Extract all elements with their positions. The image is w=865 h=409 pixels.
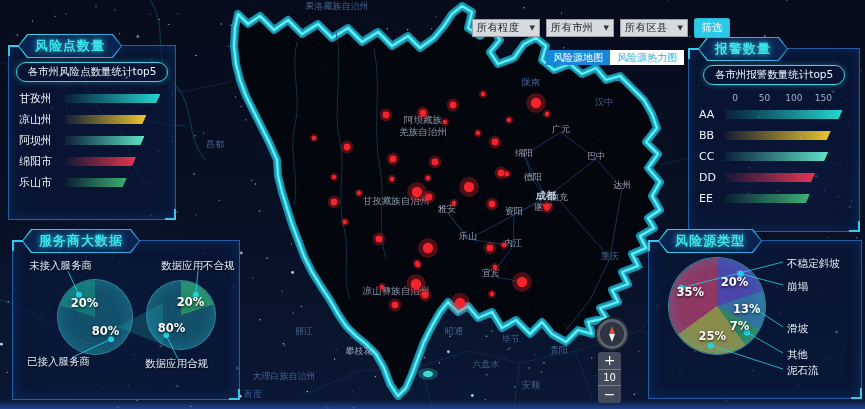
panel-alarms: 报警数量 各市州报警数量统计top5 050100150 AABBCCDDEE bbox=[688, 48, 860, 232]
panel-title: 报警数量 bbox=[699, 38, 787, 60]
risk-dot[interactable] bbox=[531, 98, 541, 108]
risk-points-bar-chart: 甘孜州凉山州阿坝州绵阳市乐山市 bbox=[9, 82, 175, 189]
risk-dot[interactable] bbox=[312, 136, 316, 140]
chart-subtitle[interactable]: 各市州风险点数量统计top5 bbox=[16, 62, 169, 82]
chevron-down-icon: ▼ bbox=[530, 24, 535, 32]
bar-row: DD bbox=[699, 171, 849, 184]
x-axis-tick: 0 bbox=[732, 93, 738, 103]
degree-select-value: 所有程度 bbox=[477, 21, 519, 35]
compass-control[interactable] bbox=[597, 319, 627, 349]
zoom-out-button[interactable]: − bbox=[598, 386, 621, 403]
filter-bar: 所有程度 ▼ 所有市州 ▼ 所有区县 ▼ 筛选 bbox=[472, 18, 730, 38]
risk-dot[interactable] bbox=[331, 199, 338, 206]
risk-dot[interactable] bbox=[426, 194, 433, 201]
bar-category-label: EE bbox=[699, 192, 725, 205]
risk-dot[interactable] bbox=[412, 187, 422, 197]
x-axis-tick: 150 bbox=[815, 93, 832, 103]
risk-dot[interactable] bbox=[411, 279, 421, 289]
risk-dot[interactable] bbox=[452, 201, 456, 205]
filter-button[interactable]: 筛选 bbox=[694, 18, 730, 38]
degree-select[interactable]: 所有程度 ▼ bbox=[472, 19, 540, 37]
alarm-bar-chart: AABBCCDDEE bbox=[689, 104, 859, 205]
risk-dot[interactable] bbox=[332, 175, 336, 179]
risk-dot[interactable] bbox=[489, 201, 496, 208]
risk-dot[interactable] bbox=[390, 156, 397, 163]
risk-dot[interactable] bbox=[455, 298, 465, 308]
panel-title: 风险点数量 bbox=[19, 35, 121, 57]
county-select-value: 所有区县 bbox=[625, 21, 667, 35]
risk-dot[interactable] bbox=[432, 159, 439, 166]
map-label: 果洛藏族自治州 bbox=[306, 1, 369, 11]
map-label: 重庆 bbox=[601, 251, 619, 261]
risk-dot[interactable] bbox=[517, 277, 527, 287]
panel-title: 服务商大数据 bbox=[23, 230, 139, 252]
risk-dot[interactable] bbox=[507, 118, 511, 122]
risk-dot[interactable] bbox=[476, 131, 480, 135]
pie-value-label: 13% bbox=[733, 302, 761, 316]
panel-title-tag: 报警数量 bbox=[698, 37, 788, 61]
pie-value-label: 80% bbox=[158, 321, 186, 335]
risk-dot[interactable] bbox=[383, 112, 390, 119]
x-axis-tick: 100 bbox=[785, 93, 802, 103]
risk-dot[interactable] bbox=[392, 302, 399, 309]
zoom-in-button[interactable]: + bbox=[598, 352, 621, 369]
risk-dot[interactable] bbox=[357, 191, 361, 195]
risk-dot[interactable] bbox=[380, 285, 384, 289]
bar-track bbox=[65, 136, 165, 145]
bar-track bbox=[65, 94, 165, 103]
tab-risk-heatmap[interactable]: 风险源热力图 bbox=[610, 50, 684, 65]
tab-risk-map[interactable]: 风险源地图 bbox=[546, 50, 610, 65]
pie-callout-label: 数据应用合规 bbox=[145, 357, 208, 371]
risk-dot[interactable] bbox=[420, 110, 427, 117]
zoom-control: + 10 − bbox=[598, 352, 621, 403]
risk-dot[interactable] bbox=[481, 92, 485, 96]
chart-subtitle[interactable]: 各市州报警数量统计top5 bbox=[703, 65, 845, 85]
bar-category-label: DD bbox=[699, 171, 725, 184]
risk-dot[interactable] bbox=[426, 176, 430, 180]
risk-dot[interactable] bbox=[423, 243, 433, 253]
risk-dot[interactable] bbox=[487, 245, 494, 252]
bar-category-label: 绵阳市 bbox=[19, 154, 65, 169]
map-label: 贵阳 bbox=[550, 345, 568, 355]
risk-dot[interactable] bbox=[544, 204, 551, 211]
bar-category-label: AA bbox=[699, 108, 725, 121]
pie-value-label: 20% bbox=[177, 295, 205, 309]
map-label: 成都 bbox=[535, 190, 556, 201]
risk-dot[interactable] bbox=[492, 139, 499, 146]
risk-dot[interactable] bbox=[545, 112, 549, 116]
pie-value-label: 7% bbox=[730, 319, 750, 333]
bar-track bbox=[725, 152, 849, 161]
pie-callout-label: 数据应用不合规 bbox=[161, 259, 235, 273]
risk-dot[interactable] bbox=[422, 292, 429, 299]
risk-dot[interactable] bbox=[490, 292, 494, 296]
risk-dot[interactable] bbox=[376, 236, 383, 243]
bar-row: EE bbox=[699, 192, 849, 205]
bar-fill bbox=[725, 152, 828, 161]
risk-dot[interactable] bbox=[450, 102, 457, 109]
panel-risk-types: 风险源类型 35%不稳定斜坡20%崩塌13%滑坡7%其他25%泥石流 bbox=[648, 240, 862, 399]
bar-row: 阿坝州 bbox=[19, 134, 165, 147]
pie-provider-access bbox=[58, 280, 132, 354]
legend-item: 崩塌 bbox=[787, 280, 808, 294]
bar-row: 绵阳市 bbox=[19, 155, 165, 168]
bar-track bbox=[65, 115, 165, 124]
county-select[interactable]: 所有区县 ▼ bbox=[620, 19, 688, 37]
map-label: 羌族自治州 bbox=[399, 126, 447, 137]
map-label: 安顺 bbox=[522, 380, 540, 390]
risk-dot[interactable] bbox=[502, 243, 506, 247]
risk-dot[interactable] bbox=[416, 263, 420, 267]
x-axis-ticks: 050100150 bbox=[735, 93, 847, 104]
risk-dot[interactable] bbox=[344, 144, 351, 151]
bar-track bbox=[725, 173, 849, 182]
city-select[interactable]: 所有市州 ▼ bbox=[546, 19, 614, 37]
compass-needle-south bbox=[609, 334, 615, 342]
zoom-level: 10 bbox=[598, 369, 621, 386]
risk-dot[interactable] bbox=[390, 177, 394, 181]
risk-dot[interactable] bbox=[443, 120, 447, 124]
bar-fill bbox=[725, 131, 831, 140]
risk-dot[interactable] bbox=[464, 182, 474, 192]
risk-dot[interactable] bbox=[505, 172, 509, 176]
map-label: 绵阳 bbox=[515, 148, 533, 158]
risk-dot[interactable] bbox=[493, 265, 497, 269]
risk-dot[interactable] bbox=[343, 220, 347, 224]
